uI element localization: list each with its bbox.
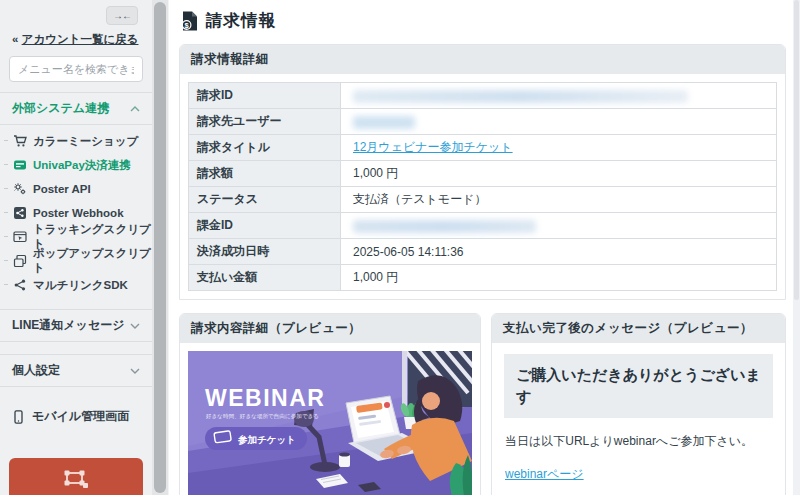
table-row: 課金ID bbox=[189, 213, 777, 239]
invoice-title-link[interactable]: 12月ウェビナー参加チケット bbox=[353, 140, 513, 154]
page-title: $ 請求情報 bbox=[181, 10, 786, 32]
row-label: 課金ID bbox=[189, 213, 341, 239]
popup-icon bbox=[13, 254, 27, 268]
webinar-banner-image: WEBINAR 好きな時間、好きな場所で自由に参加できる 参加チケット bbox=[188, 351, 472, 495]
tracking-icon bbox=[13, 230, 27, 244]
mobile-icon bbox=[12, 410, 25, 424]
banner-title: WEBINAR bbox=[205, 385, 325, 411]
row-label: 請求ID bbox=[189, 83, 341, 109]
table-row: 請求額 1,000 円 bbox=[189, 161, 777, 187]
sidebar-item-colorme-shop[interactable]: カラーミーショップ bbox=[9, 129, 152, 153]
table-row: ステータス 支払済（テストモード） bbox=[189, 187, 777, 213]
row-label: 決済成功日時 bbox=[189, 239, 341, 265]
row-label: 支払い金額 bbox=[189, 265, 341, 291]
invoice-content-preview-header: 請求内容詳細（プレビュー） bbox=[180, 314, 480, 343]
sidebar-scrollbar-thumb[interactable] bbox=[154, 2, 166, 493]
banner-subtitle: 好きな時間、好きな場所で自由に参加できる bbox=[205, 413, 319, 420]
menu-search-input[interactable] bbox=[9, 56, 143, 82]
sidebar-item-univapay[interactable]: UnivaPay決済連携 bbox=[9, 153, 152, 177]
sidebar-section-external-systems[interactable]: 外部システム連携 bbox=[0, 93, 152, 125]
invoice-content-preview-card: 請求内容詳細（プレビュー） bbox=[179, 313, 481, 495]
row-value: 1,000 円 bbox=[341, 265, 777, 291]
page-scrollbar-thumb[interactable] bbox=[794, 0, 799, 300]
sidebar-section-line-notify[interactable]: LINE通知メッセージ bbox=[0, 309, 152, 342]
main-content: $ 請求情報 請求情報詳細 請求ID 請求先ユーザー bbox=[169, 0, 800, 495]
payment-complete-message-card: 支払い完了後のメッセージ（プレビュー） ご購入いただきありがとうございます 当日… bbox=[491, 313, 786, 495]
chevron-down-icon bbox=[130, 323, 140, 329]
sidebar: →← « アカウント一覧に戻る 外部システム連携 カラーミーショップ Univa… bbox=[0, 0, 152, 495]
redacted-value bbox=[353, 90, 688, 103]
invoice-file-icon: $ bbox=[181, 11, 198, 31]
sidebar-scrollbar[interactable] bbox=[152, 0, 169, 495]
app-window: →← « アカウント一覧に戻る 外部システム連携 カラーミーショップ Univa… bbox=[0, 0, 800, 495]
payment-complete-message-header: 支払い完了後のメッセージ（プレビュー） bbox=[492, 314, 785, 343]
back-to-accounts-link[interactable]: « アカウント一覧に戻る bbox=[12, 32, 142, 47]
sidebar-item-poster-api[interactable]: Poster API bbox=[9, 177, 152, 201]
webinar-page-link[interactable]: webinarページ bbox=[505, 466, 584, 483]
invoice-detail-table: 請求ID 請求先ユーザー 請求タイトル 12月ウェビナー参加チケット 請 bbox=[188, 82, 777, 291]
row-value: 2025-06-05 14:11:36 bbox=[341, 239, 777, 265]
chevron-up-icon bbox=[130, 106, 140, 112]
gears-icon bbox=[13, 182, 27, 196]
invoice-detail-card-header: 請求情報詳細 bbox=[180, 45, 785, 74]
share-nodes-icon bbox=[13, 278, 27, 292]
table-row: 請求ID bbox=[189, 83, 777, 109]
invoice-detail-card: 請求情報詳細 請求ID 請求先ユーザー 請求タイトル bbox=[179, 44, 786, 300]
redacted-value bbox=[353, 116, 415, 129]
card-icon bbox=[13, 158, 27, 172]
sidebar-section-personal-settings[interactable]: 個人設定 bbox=[0, 354, 152, 387]
cart-icon bbox=[13, 134, 27, 148]
sidebar-item-multilink-sdk[interactable]: マルチリンクSDK bbox=[9, 273, 152, 297]
thanks-heading: ご購入いただきありがとうございます bbox=[504, 354, 773, 418]
sidebar-item-mobile-admin[interactable]: モバイル管理画面 bbox=[0, 401, 152, 432]
double-chevron-left-icon: « bbox=[12, 33, 18, 45]
row-label: 請求タイトル bbox=[189, 135, 341, 161]
sidebar-collapse-button[interactable]: →← bbox=[106, 6, 138, 25]
table-row: 請求先ユーザー bbox=[189, 109, 777, 135]
table-row: 決済成功日時 2025-06-05 14:11:36 bbox=[189, 239, 777, 265]
page-scrollbar[interactable] bbox=[793, 0, 800, 495]
banner-ticket-badge: 参加チケット bbox=[205, 427, 307, 450]
row-label: 請求額 bbox=[189, 161, 341, 187]
webhook-icon bbox=[13, 206, 27, 220]
object-group-icon bbox=[63, 469, 89, 489]
sidebar-menu: カラーミーショップ UnivaPay決済連携 Poster API Poster… bbox=[0, 125, 152, 303]
view-message-examples-button[interactable]: メッセージ作成例を見る bbox=[9, 458, 143, 495]
row-value: 1,000 円 bbox=[341, 161, 777, 187]
table-row: 支払い金額 1,000 円 bbox=[189, 265, 777, 291]
svg-text:参加チケット: 参加チケット bbox=[237, 434, 296, 445]
redacted-value bbox=[353, 220, 536, 233]
table-row: 請求タイトル 12月ウェビナー参加チケット bbox=[189, 135, 777, 161]
row-label: 請求先ユーザー bbox=[189, 109, 341, 135]
row-label: ステータス bbox=[189, 187, 341, 213]
row-value: 支払済（テストモード） bbox=[341, 187, 777, 213]
sidebar-item-popup-script[interactable]: ポップアップスクリプト bbox=[9, 249, 152, 273]
message-body-text: 当日は以下URLよりwebinarへご参加下さい。 bbox=[505, 433, 773, 450]
chevron-down-icon bbox=[130, 368, 140, 374]
